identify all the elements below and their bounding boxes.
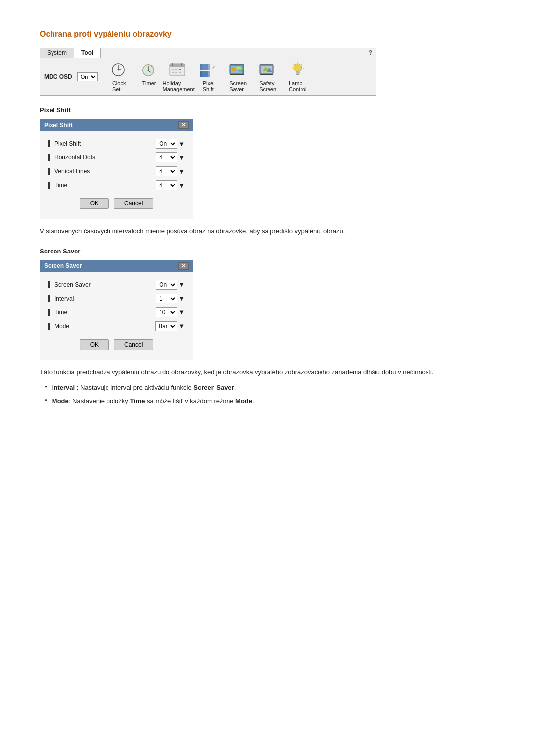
- pixel-shift-dialog: Pixel Shift ✕ Pixel Shift OnOff ▼ Horizo…: [40, 119, 193, 219]
- screen-saver-label-3: Mode: [48, 323, 155, 330]
- bullet-item-1: ● Mode: Nastavenie položky Time sa môže …: [45, 396, 451, 406]
- pixel-shift-row-2: Vertical Lines 4 ▼: [48, 166, 185, 176]
- safety-screen-label: SafetyScreen: [259, 80, 276, 92]
- screen-saver-row-0: Screen Saver OnOff ▼: [48, 280, 185, 290]
- screen-saver-row-3: Mode Bar ▼: [48, 321, 185, 331]
- screen-saver-select-1[interactable]: 1: [156, 294, 177, 303]
- pixel-shift-buttons: OK Cancel: [48, 194, 185, 214]
- svg-rect-15: [172, 69, 174, 70]
- clock-set-icon: [109, 61, 129, 79]
- toolbar: System Tool ? MDC OSD On Off: [40, 48, 376, 96]
- bullet-item-0: ● Interval : Nastavuje interval pre akti…: [45, 383, 451, 393]
- pixel-shift-description: V stanovených časových intervaloch miern…: [40, 226, 446, 237]
- bullet-dot-0: ●: [45, 384, 47, 390]
- timer-label: Timer: [142, 80, 156, 86]
- svg-rect-16: [175, 69, 177, 70]
- svg-rect-29: [230, 74, 244, 75]
- tab-tool[interactable]: Tool: [74, 48, 101, 58]
- screen-saver-value-1[interactable]: 1 ▼: [156, 294, 185, 303]
- pixel-shift-close-button[interactable]: ✕: [178, 121, 189, 129]
- bullet-dot-1: ●: [45, 397, 47, 403]
- toolbar-item-holiday[interactable]: HolidayManagement: [165, 61, 193, 92]
- pixel-shift-select-0[interactable]: OnOff: [156, 139, 177, 149]
- row-bar-0: [48, 140, 50, 147]
- svg-rect-20: [179, 72, 181, 73]
- ss-row-bar-3: [48, 323, 50, 330]
- svg-rect-18: [172, 72, 174, 73]
- svg-point-3: [117, 69, 119, 71]
- safety-screen-icon: [258, 61, 278, 79]
- pixel-shift-cancel-button[interactable]: Cancel: [114, 198, 153, 209]
- bullet-bold-interval: Interval: [52, 384, 75, 391]
- svg-rect-24: [202, 71, 210, 77]
- pixel-shift-row-3: Time 4 ▼: [48, 180, 185, 190]
- pixel-shift-select-2[interactable]: 4: [156, 166, 177, 176]
- pixel-shift-label-2: Vertical Lines: [48, 168, 156, 175]
- screen-saver-value-3[interactable]: Bar ▼: [155, 321, 185, 331]
- lamp-control-icon: [288, 61, 308, 79]
- screen-saver-row-1: Interval 1 ▼: [48, 294, 185, 303]
- screen-saver-row-2: Time 10 ▼: [48, 307, 185, 317]
- bullet-bold-time: Time: [130, 397, 145, 404]
- pixel-shift-select-3[interactable]: 4: [156, 180, 177, 190]
- screen-saver-close-button[interactable]: ✕: [178, 262, 189, 270]
- svg-line-39: [293, 64, 294, 65]
- page-title: Ochrana proti vypáleniu obrazovky: [40, 30, 495, 39]
- svg-point-28: [232, 67, 236, 71]
- bullet-text-1: Mode: Nastavenie položky Time sa môže lí…: [52, 396, 254, 406]
- pixel-shift-value-3[interactable]: 4 ▼: [156, 180, 185, 190]
- ss-row-bar-2: [48, 309, 50, 316]
- toolbar-body: MDC OSD On Off ClockSet: [40, 58, 376, 95]
- clock-set-label: ClockSet: [112, 80, 126, 92]
- holiday-icon: [169, 61, 189, 79]
- svg-rect-35: [296, 74, 299, 75]
- toolbar-item-pixel-shift[interactable]: ↗ PixelShift: [195, 61, 222, 92]
- screen-saver-buttons: OK Cancel: [48, 335, 185, 355]
- toolbar-item-timer[interactable]: Timer: [135, 61, 163, 92]
- pixel-shift-body: Pixel Shift OnOff ▼ Horizontal Dots 4 ▼: [40, 131, 193, 219]
- ss-row-bar-0: [48, 281, 50, 288]
- screen-saver-cancel-button[interactable]: Cancel: [114, 339, 153, 350]
- screen-saver-section-title: Screen Saver: [40, 248, 495, 255]
- screen-saver-select-0[interactable]: OnOff: [156, 280, 177, 290]
- screen-saver-value-0[interactable]: OnOff ▼: [156, 280, 185, 290]
- pixel-shift-value-2[interactable]: 4 ▼: [156, 166, 185, 176]
- toolbar-item-safety-screen[interactable]: SafetyScreen: [254, 61, 282, 92]
- toolbar-item-clock-set[interactable]: ClockSet: [106, 61, 133, 92]
- toolbar-items: ClockSet Timer: [106, 61, 312, 92]
- screen-saver-label: ScreenSaver: [229, 80, 247, 92]
- screen-saver-titlebar: Screen Saver ✕: [40, 260, 193, 272]
- pixel-shift-section-title: Pixel Shift: [40, 106, 495, 114]
- toolbar-item-lamp-control[interactable]: LampControl: [284, 61, 312, 92]
- row-bar-2: [48, 168, 50, 175]
- screen-saver-value-2[interactable]: 10 ▼: [156, 307, 185, 317]
- mdc-select[interactable]: On Off: [77, 72, 98, 81]
- pixel-shift-icon: ↗: [199, 61, 218, 79]
- screen-saver-description: Táto funkcia predchádza vypáleniu obrazu…: [40, 367, 446, 378]
- help-button[interactable]: ?: [365, 48, 376, 58]
- tab-system[interactable]: System: [40, 48, 74, 58]
- pixel-shift-titlebar: Pixel Shift ✕: [40, 119, 193, 131]
- pixel-shift-value-1[interactable]: 4 ▼: [156, 152, 185, 162]
- screen-saver-icon: [228, 61, 248, 79]
- svg-line-37: [301, 64, 302, 65]
- screen-saver-select-3[interactable]: Bar: [155, 321, 177, 331]
- svg-rect-22: [202, 64, 210, 70]
- mdc-label: MDC OSD: [44, 73, 72, 80]
- bullet-bold-mode2: Mode: [235, 397, 252, 404]
- bullet-list: ● Interval : Nastavuje interval pre akti…: [45, 383, 495, 406]
- bullet-bold-mode: Mode: [52, 397, 69, 404]
- bullet-bold-screen-saver: Screen Saver: [193, 384, 234, 391]
- pixel-shift-label: PixelShift: [203, 80, 214, 92]
- row-bar-1: [48, 154, 50, 161]
- pixel-shift-value-0[interactable]: OnOff ▼: [156, 139, 185, 149]
- pixel-shift-select-1[interactable]: 4: [156, 152, 177, 162]
- screen-saver-dialog: Screen Saver ✕ Screen Saver OnOff ▼ Inte…: [40, 260, 193, 360]
- pixel-shift-row-0: Pixel Shift OnOff ▼: [48, 139, 185, 149]
- ss-row-bar-1: [48, 295, 50, 302]
- screen-saver-ok-button[interactable]: OK: [80, 339, 109, 350]
- pixel-shift-row-1: Horizontal Dots 4 ▼: [48, 152, 185, 162]
- screen-saver-select-2[interactable]: 10: [156, 307, 177, 317]
- pixel-shift-ok-button[interactable]: OK: [80, 198, 109, 209]
- toolbar-item-screen-saver[interactable]: ScreenSaver: [224, 61, 252, 92]
